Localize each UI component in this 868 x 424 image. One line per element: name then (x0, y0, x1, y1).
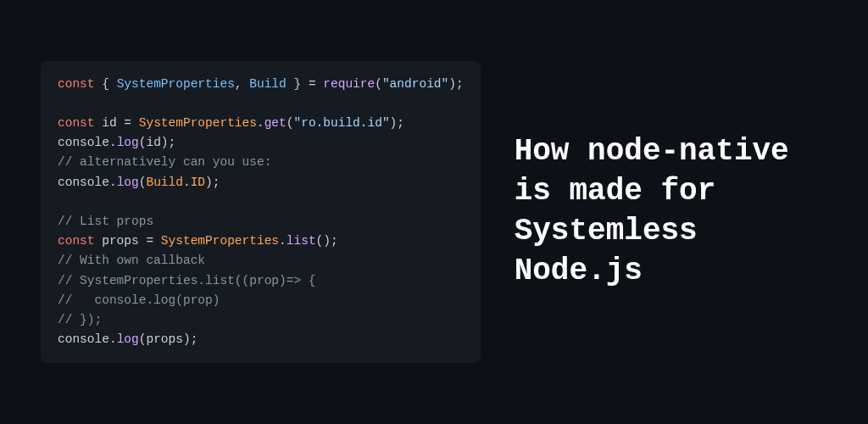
code-comment: // }); (58, 313, 102, 326)
code-token: log (117, 136, 139, 149)
code-token: console (58, 176, 109, 189)
code-token: { (95, 77, 117, 91)
code-comment: // SystemProperties.list((prop)=> { (58, 274, 316, 287)
code-token: const (58, 234, 95, 248)
code-block: const { SystemProperties, Build } = requ… (41, 61, 481, 364)
code-token: . (109, 176, 117, 189)
code-token: . (109, 136, 117, 149)
page-title: How node-native is made for Systemless N… (515, 132, 827, 291)
code-token: "ro.build.id" (293, 116, 389, 130)
code-token: const (58, 77, 95, 91)
code-token: . (279, 234, 287, 248)
code-token: console (58, 136, 109, 149)
code-token: , (235, 77, 249, 91)
code-token: = (309, 77, 323, 91)
code-comment: // List props (58, 215, 153, 228)
code-token: ); (205, 176, 220, 189)
code-token: id (102, 116, 116, 130)
code-token: . (257, 116, 264, 130)
code-token: = (117, 116, 139, 130)
code-token: ( (375, 77, 382, 91)
code-token: SystemProperties (117, 77, 235, 91)
code-token: const (58, 116, 95, 130)
code-token: require (323, 77, 375, 91)
code-token: ID (191, 176, 205, 189)
code-token (95, 116, 103, 130)
code-token: props (146, 332, 183, 346)
code-token: . (109, 332, 117, 346)
code-token: list (287, 234, 316, 248)
code-token: props (102, 234, 139, 248)
code-token: log (117, 332, 139, 346)
code-token: console (58, 332, 109, 346)
code-token: ); (183, 332, 198, 346)
code-token: ); (390, 116, 404, 130)
code-comment: // console.log(prop) (58, 293, 220, 307)
code-token: ); (448, 77, 463, 91)
code-token: SystemProperties (139, 116, 257, 130)
code-token: ); (161, 136, 175, 149)
code-token: . (183, 176, 191, 189)
code-token: SystemProperties (161, 234, 279, 248)
code-token: (); (316, 234, 338, 248)
code-token: = (139, 234, 161, 248)
code-comment: // alternatively can you use: (58, 155, 271, 169)
code-token (95, 234, 103, 248)
code-token: id (146, 136, 160, 149)
code-token: Build (249, 77, 287, 91)
code-token: "android" (382, 77, 448, 91)
code-comment: // With own callback (58, 254, 205, 267)
code-token: get (264, 116, 287, 130)
code-token: Build (146, 176, 183, 189)
code-token: } (287, 77, 309, 91)
code-token: log (117, 176, 139, 189)
